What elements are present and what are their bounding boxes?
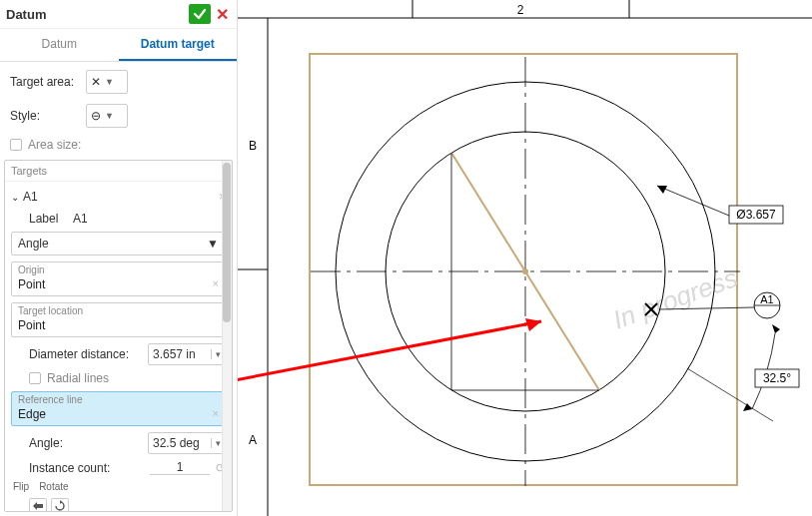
svg-rect-0 bbox=[238, 0, 812, 516]
reference-line-value: Edge bbox=[18, 407, 46, 421]
chevron-down-icon: ▼ bbox=[105, 77, 114, 87]
targets-section: Targets ⌄ A1 × Label A1 Angle ▼ Origin P… bbox=[4, 160, 233, 512]
target-area-label: Target area: bbox=[10, 75, 80, 89]
instance-count-value: 1 bbox=[150, 460, 210, 475]
chevron-down-icon: ▾ bbox=[211, 438, 221, 448]
tab-datum-target[interactable]: Datum target bbox=[119, 29, 238, 61]
style-label: Style: bbox=[10, 109, 80, 123]
radial-lines-checkbox[interactable] bbox=[29, 372, 41, 384]
flip-label: Flip bbox=[13, 481, 29, 492]
target-location-value: Point bbox=[18, 316, 219, 334]
circle-line-icon: ⊖ bbox=[91, 109, 101, 123]
style-dropdown[interactable]: ⊖ ▼ bbox=[86, 104, 128, 128]
drawing-viewport[interactable]: 2 B A In progress bbox=[238, 0, 812, 516]
panel-header: Datum ✕ bbox=[0, 0, 237, 29]
area-size-label: Area size: bbox=[28, 138, 81, 152]
tabs: Datum Datum target bbox=[0, 29, 237, 62]
scrollbar-thumb[interactable] bbox=[223, 163, 231, 322]
rotate-label: Rotate bbox=[39, 481, 68, 492]
angle-mode-select[interactable]: Angle ▼ bbox=[11, 232, 226, 256]
reference-line-label: Reference line bbox=[18, 394, 219, 405]
chevron-down-icon: ▼ bbox=[105, 111, 114, 121]
column-label: 2 bbox=[517, 3, 524, 17]
diameter-distance-label: Diameter distance: bbox=[29, 347, 142, 361]
target-location-input[interactable]: Target location Point bbox=[11, 302, 226, 337]
diameter-distance-value: 3.657 in bbox=[153, 347, 196, 361]
target-area-dropdown[interactable]: ✕ ▼ bbox=[86, 70, 128, 94]
flip-button[interactable] bbox=[29, 498, 47, 512]
chevron-down-icon: ▼ bbox=[207, 237, 219, 251]
drawing-svg: 2 B A In progress bbox=[238, 0, 812, 516]
svg-point-14 bbox=[522, 268, 528, 274]
reference-line-input[interactable]: Reference line Edge× bbox=[11, 391, 226, 426]
panel-title: Datum bbox=[6, 7, 46, 22]
origin-value: Point bbox=[18, 277, 45, 291]
clear-reference-button[interactable]: × bbox=[213, 407, 219, 419]
origin-input[interactable]: Origin Point× bbox=[11, 261, 226, 296]
angle-label: Angle: bbox=[29, 436, 142, 450]
clear-origin-button[interactable]: × bbox=[213, 277, 219, 289]
row-label-a: A bbox=[249, 433, 257, 447]
panel-body: Target area: ✕ ▼ Style: ⊖ ▼ Area size: bbox=[0, 62, 237, 160]
scrollbar[interactable] bbox=[222, 161, 232, 511]
area-size-checkbox[interactable] bbox=[10, 139, 22, 151]
node-name: A1 bbox=[23, 190, 38, 204]
targets-header: Targets bbox=[5, 161, 232, 182]
label-field-label: Label bbox=[29, 212, 67, 226]
close-icon: ✕ bbox=[216, 5, 229, 24]
angle-value: 32.5 deg bbox=[153, 436, 200, 450]
angle-mode-value: Angle bbox=[18, 237, 49, 251]
row-label-b: B bbox=[249, 139, 257, 153]
datum-panel: Datum ✕ Datum Datum target Target area: … bbox=[0, 0, 238, 516]
instance-count-label: Instance count: bbox=[29, 461, 144, 475]
radial-lines-label: Radial lines bbox=[47, 371, 109, 385]
rotate-button[interactable] bbox=[51, 498, 69, 512]
tab-datum[interactable]: Datum bbox=[0, 29, 119, 61]
x-icon: ✕ bbox=[91, 75, 101, 89]
accept-button[interactable] bbox=[189, 4, 211, 24]
target-location-label: Target location bbox=[18, 305, 219, 316]
cancel-button[interactable]: ✕ bbox=[213, 5, 231, 23]
origin-label: Origin bbox=[18, 264, 219, 275]
angle-callout: 32.5° bbox=[763, 371, 791, 385]
label-value: A1 bbox=[73, 212, 88, 226]
chevron-down-icon[interactable]: ⌄ bbox=[11, 192, 19, 203]
angle-input[interactable]: 32.5 deg ▾ bbox=[148, 432, 226, 454]
diameter-callout: Ø3.657 bbox=[736, 208, 776, 222]
tree-node-a1[interactable]: ⌄ A1 × bbox=[11, 188, 226, 206]
diameter-distance-input[interactable]: 3.657 in ▾ bbox=[148, 343, 226, 365]
datum-balloon-text: A1 bbox=[760, 293, 773, 305]
chevron-down-icon: ▾ bbox=[211, 349, 221, 359]
